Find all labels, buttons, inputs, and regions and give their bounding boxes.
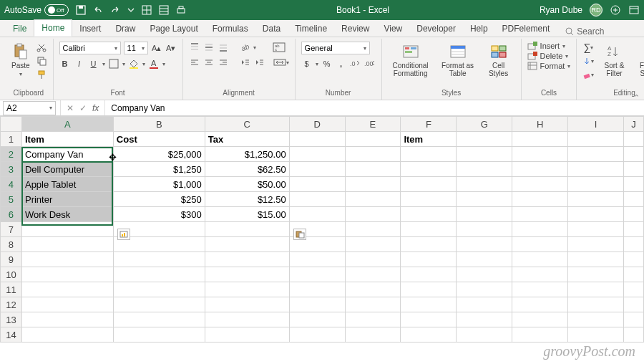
align-top-icon[interactable] bbox=[189, 42, 200, 53]
row-header-10[interactable]: 10 bbox=[1, 267, 22, 282]
autosave-toggle[interactable]: AutoSave Off bbox=[4, 4, 69, 16]
font-name-select[interactable]: Calibri▾ bbox=[59, 42, 121, 54]
paste-button[interactable]: Paste ▾ bbox=[10, 42, 31, 79]
undo-icon[interactable] bbox=[93, 5, 103, 15]
cell-B3[interactable]: $1,250 bbox=[113, 162, 205, 177]
row-header-4[interactable]: 4 bbox=[1, 177, 22, 192]
user-avatar[interactable]: RD bbox=[590, 4, 602, 16]
format-cells-button[interactable]: Format▾ bbox=[527, 62, 571, 70]
row-header-12[interactable]: 12 bbox=[1, 297, 22, 312]
row-header-11[interactable]: 11 bbox=[1, 282, 22, 297]
row-header-6[interactable]: 6 bbox=[1, 207, 22, 222]
row-header-3[interactable]: 3 bbox=[1, 162, 22, 177]
tab-insert[interactable]: Insert bbox=[72, 21, 108, 37]
align-bottom-icon[interactable] bbox=[218, 42, 229, 53]
enter-formula-icon[interactable]: ✓ bbox=[79, 103, 87, 113]
tab-page-layout[interactable]: Page Layout bbox=[142, 21, 205, 37]
col-header-A[interactable]: A bbox=[21, 117, 113, 132]
tab-review[interactable]: Review bbox=[334, 21, 376, 37]
copy-icon[interactable] bbox=[36, 55, 47, 67]
cell-A5[interactable]: Printer bbox=[21, 192, 113, 207]
col-header-J[interactable]: J bbox=[623, 117, 643, 132]
paste-options-icon[interactable] bbox=[293, 229, 306, 240]
tell-me-search[interactable]: Search bbox=[565, 27, 604, 37]
autosum-icon[interactable]: ∑ ▾ bbox=[582, 42, 594, 53]
align-left-icon[interactable] bbox=[189, 57, 200, 68]
row-header-8[interactable]: 8 bbox=[1, 237, 22, 252]
format-painter-icon[interactable] bbox=[36, 69, 47, 80]
col-header-G[interactable]: G bbox=[457, 117, 512, 132]
format-as-table-button[interactable]: Format as Table bbox=[438, 42, 478, 79]
tab-help[interactable]: Help bbox=[463, 21, 495, 37]
cell-B2[interactable]: $25,000 bbox=[113, 147, 205, 162]
cell-A1[interactable]: Item bbox=[21, 132, 113, 147]
cancel-formula-icon[interactable]: ✕ bbox=[67, 103, 74, 113]
clear-icon[interactable]: ▾ bbox=[582, 69, 594, 80]
fill-color-icon[interactable] bbox=[128, 58, 140, 70]
col-header-E[interactable]: E bbox=[345, 117, 401, 132]
cell-A3[interactable]: Dell Computer bbox=[21, 162, 113, 177]
tab-data[interactable]: Data bbox=[255, 21, 288, 37]
cell-I1[interactable] bbox=[568, 132, 624, 147]
align-center-icon[interactable] bbox=[203, 57, 215, 68]
delete-cells-button[interactable]: Delete▾ bbox=[527, 52, 571, 60]
col-header-B[interactable]: B bbox=[113, 117, 205, 132]
bold-button[interactable]: B bbox=[59, 58, 71, 70]
col-header-D[interactable]: D bbox=[289, 117, 345, 132]
cell-D1[interactable] bbox=[289, 132, 345, 147]
font-size-select[interactable]: 11▾ bbox=[124, 42, 148, 54]
col-header-H[interactable]: H bbox=[512, 117, 568, 132]
row-header-9[interactable]: 9 bbox=[1, 252, 22, 267]
save-icon[interactable] bbox=[76, 5, 86, 15]
wrap-text-icon[interactable]: abc bbox=[273, 42, 285, 53]
borders-icon[interactable] bbox=[108, 58, 119, 70]
col-header-F[interactable]: F bbox=[401, 117, 457, 132]
cell-C5[interactable]: $12.50 bbox=[205, 192, 289, 207]
increase-font-icon[interactable]: A▴ bbox=[151, 42, 162, 54]
sort-filter-button[interactable]: AZ Sort & Filter bbox=[598, 42, 630, 79]
spreadsheet-grid[interactable]: A B C D E F G H I J 1 Item Cost Tax Item… bbox=[0, 116, 644, 343]
orientation-icon[interactable]: ab bbox=[239, 42, 250, 53]
find-select-button[interactable]: Find & Select bbox=[634, 42, 644, 79]
row-header-14[interactable]: 14 bbox=[1, 327, 22, 343]
increase-decimal-icon[interactable]: .0 bbox=[350, 58, 361, 70]
cell-A6[interactable]: Work Desk bbox=[21, 207, 113, 222]
decrease-indent-icon[interactable] bbox=[239, 57, 250, 68]
row-header-13[interactable]: 13 bbox=[1, 312, 22, 327]
borders-qat-icon[interactable] bbox=[142, 5, 152, 15]
row-header-7[interactable]: 7 bbox=[1, 222, 22, 237]
ribbon-display-icon[interactable] bbox=[628, 4, 640, 16]
table-qat-icon[interactable] bbox=[159, 5, 169, 15]
col-header-C[interactable]: C bbox=[205, 117, 289, 132]
cell-C4[interactable]: $50.00 bbox=[205, 177, 289, 192]
cut-icon[interactable] bbox=[36, 42, 47, 53]
decrease-decimal-icon[interactable]: .00 bbox=[364, 58, 376, 70]
tab-timeline[interactable]: Timeline bbox=[288, 21, 334, 37]
cell-styles-button[interactable]: Cell Styles bbox=[482, 42, 515, 79]
conditional-formatting-button[interactable]: Conditional Formatting bbox=[388, 42, 434, 79]
tab-pdfelement[interactable]: PDFelement bbox=[495, 21, 557, 37]
row-header-2[interactable]: 2 bbox=[1, 147, 22, 162]
tab-view[interactable]: View bbox=[376, 21, 409, 37]
cell-B4[interactable]: $1,000 bbox=[113, 177, 205, 192]
cell-B1[interactable]: Cost bbox=[113, 132, 205, 147]
row-header-5[interactable]: 5 bbox=[1, 192, 22, 207]
increase-indent-icon[interactable] bbox=[253, 57, 265, 68]
print-qat-icon[interactable] bbox=[176, 5, 186, 15]
redo-icon[interactable] bbox=[110, 5, 120, 15]
cell-F1[interactable]: Item bbox=[401, 132, 457, 147]
user-name[interactable]: Ryan Dube bbox=[540, 5, 582, 15]
name-box[interactable]: A2▾ bbox=[3, 101, 56, 115]
quick-analysis-icon[interactable] bbox=[117, 229, 130, 240]
select-all-corner[interactable] bbox=[1, 117, 22, 132]
tab-draw[interactable]: Draw bbox=[108, 21, 142, 37]
row-header-1[interactable]: 1 bbox=[1, 132, 22, 147]
insert-function-icon[interactable]: fx bbox=[92, 103, 99, 113]
cell-C6[interactable]: $15.00 bbox=[205, 207, 289, 222]
number-format-select[interactable]: General▾ bbox=[301, 42, 370, 54]
insert-cells-button[interactable]: Insert▾ bbox=[527, 42, 571, 50]
tab-home[interactable]: Home bbox=[34, 19, 72, 37]
italic-button[interactable]: I bbox=[74, 58, 85, 70]
cell-A4[interactable]: Apple Tablet bbox=[21, 177, 113, 192]
merge-center-icon[interactable]: ▾ bbox=[273, 57, 289, 68]
